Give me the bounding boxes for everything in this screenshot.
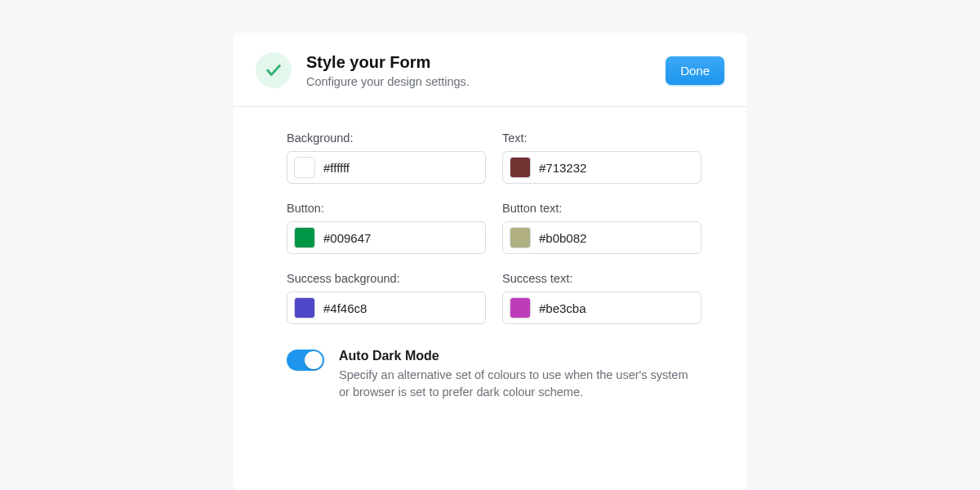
check-icon (256, 52, 292, 88)
color-value-input[interactable] (539, 231, 694, 245)
field-button-text: Button text: (502, 202, 702, 254)
done-button[interactable]: Done (666, 56, 724, 85)
color-grid: Background: Text: Button: (287, 131, 693, 324)
color-input-button[interactable] (287, 221, 486, 254)
card-body: Background: Text: Button: (233, 107, 747, 401)
field-button: Button: (287, 202, 486, 254)
field-label: Button text: (502, 202, 702, 215)
card-header: Style your Form Configure your design se… (233, 33, 747, 107)
header-text: Style your Form Configure your design se… (306, 53, 651, 88)
toggle-description: Specify an alternative set of colours to… (339, 367, 693, 401)
field-text: Text: (502, 131, 702, 184)
swatch-icon[interactable] (294, 157, 315, 178)
color-value-input[interactable] (323, 161, 479, 175)
color-value-input[interactable] (539, 161, 694, 175)
color-input-background[interactable] (287, 151, 486, 184)
swatch-icon[interactable] (294, 227, 315, 248)
auto-dark-mode-section: Auto Dark Mode Specify an alternative se… (287, 349, 693, 401)
color-input-button-text[interactable] (502, 221, 702, 254)
field-label: Text: (502, 131, 702, 145)
page-subtitle: Configure your design settings. (306, 75, 651, 88)
swatch-icon[interactable] (510, 157, 531, 178)
color-value-input[interactable] (323, 301, 479, 315)
toggle-text: Auto Dark Mode Specify an alternative se… (339, 349, 693, 401)
style-form-card: Style your Form Configure your design se… (233, 33, 747, 490)
toggle-knob-icon (305, 351, 323, 369)
field-background: Background: (287, 131, 486, 184)
field-label: Button: (287, 202, 486, 215)
field-label: Background: (287, 131, 486, 145)
field-success-text: Success text: (502, 272, 702, 324)
field-label: Success text: (502, 272, 702, 285)
toggle-title: Auto Dark Mode (339, 349, 693, 363)
color-input-success-background[interactable] (287, 292, 486, 324)
color-input-text[interactable] (502, 151, 702, 184)
page-title: Style your Form (306, 53, 651, 72)
color-input-success-text[interactable] (502, 292, 702, 324)
color-value-input[interactable] (539, 301, 694, 315)
swatch-icon[interactable] (294, 297, 315, 318)
field-success-background: Success background: (287, 272, 486, 324)
swatch-icon[interactable] (510, 227, 531, 248)
auto-dark-mode-toggle[interactable] (287, 350, 324, 371)
color-value-input[interactable] (323, 231, 479, 245)
field-label: Success background: (287, 272, 486, 285)
swatch-icon[interactable] (510, 297, 531, 318)
